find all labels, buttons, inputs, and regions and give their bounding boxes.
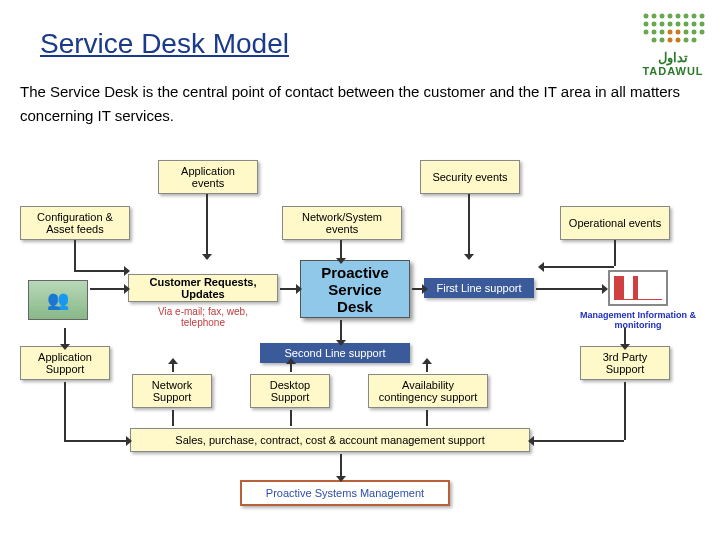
- svg-point-20: [692, 30, 697, 35]
- svg-point-29: [676, 38, 681, 43]
- svg-point-27: [676, 30, 681, 35]
- arrow: [74, 270, 124, 272]
- arrow: [206, 194, 208, 254]
- box-application-events: Application events: [158, 160, 258, 194]
- arrow: [340, 320, 342, 340]
- arrow: [172, 364, 174, 372]
- svg-point-5: [684, 14, 689, 19]
- box-desktop-support: Desktop Support: [250, 374, 330, 408]
- mgmt-info-label: Management Information & monitoring: [578, 310, 698, 330]
- box-third-party: 3rd Party Support: [580, 346, 670, 380]
- arrow: [536, 288, 602, 290]
- arrow: [172, 410, 174, 426]
- svg-point-13: [684, 22, 689, 27]
- logo-latin-text: TADAWUL: [638, 65, 708, 77]
- box-second-line: Second Line support: [260, 343, 410, 363]
- arrow: [614, 240, 616, 266]
- svg-point-17: [652, 30, 657, 35]
- box-availability: Availability contingency support: [368, 374, 488, 408]
- slide-description: The Service Desk is the central point of…: [20, 80, 708, 128]
- box-proactive-systems-mgmt: Proactive Systems Management: [240, 480, 450, 506]
- svg-point-16: [644, 30, 649, 35]
- svg-point-26: [668, 30, 673, 35]
- arrow: [74, 240, 76, 270]
- box-network-support: Network Support: [132, 374, 212, 408]
- box-config-asset: Configuration & Asset feeds: [20, 206, 130, 240]
- slide-title: Service Desk Model: [40, 28, 289, 60]
- arrow: [290, 410, 292, 426]
- monitoring-chart-icon: [608, 270, 668, 306]
- svg-point-12: [676, 22, 681, 27]
- users-icon: 👥: [28, 280, 88, 320]
- svg-point-1: [652, 14, 657, 19]
- arrow: [280, 288, 296, 290]
- tadawul-logo: تداول TADAWUL: [638, 8, 708, 77]
- arrow: [290, 364, 292, 372]
- svg-point-9: [652, 22, 657, 27]
- box-network-system: Network/System events: [282, 206, 402, 240]
- box-application-support: Application Support: [20, 346, 110, 380]
- svg-point-21: [700, 30, 705, 35]
- svg-point-19: [684, 30, 689, 35]
- arrow: [534, 440, 624, 442]
- svg-point-22: [652, 38, 657, 43]
- svg-point-0: [644, 14, 649, 19]
- svg-point-18: [660, 30, 665, 35]
- arrow: [468, 194, 470, 254]
- arrow: [412, 288, 422, 290]
- box-customer-requests: Customer Requests, Updates: [128, 274, 278, 302]
- arrow: [340, 240, 342, 258]
- logo-arabic-text: تداول: [638, 50, 708, 65]
- arrow: [426, 364, 428, 372]
- logo-dots-icon: [638, 8, 708, 50]
- box-operational: Operational events: [560, 206, 670, 240]
- svg-point-23: [660, 38, 665, 43]
- box-sales: Sales, purchase, contract, cost & accoun…: [130, 428, 530, 452]
- arrow: [64, 328, 66, 344]
- svg-point-15: [700, 22, 705, 27]
- svg-point-10: [660, 22, 665, 27]
- svg-point-11: [668, 22, 673, 27]
- arrow: [544, 266, 614, 268]
- arrow: [624, 382, 626, 440]
- svg-point-28: [668, 38, 673, 43]
- service-desk-diagram: Application events Security events Confi…: [20, 160, 708, 526]
- arrow: [426, 410, 428, 426]
- svg-point-6: [692, 14, 697, 19]
- svg-point-4: [676, 14, 681, 19]
- via-text: Via e-mail; fax, web, telephone: [148, 306, 258, 328]
- svg-point-2: [660, 14, 665, 19]
- arrow: [64, 382, 66, 440]
- arrow: [64, 440, 126, 442]
- svg-point-8: [644, 22, 649, 27]
- box-security-events: Security events: [420, 160, 520, 194]
- svg-point-3: [668, 14, 673, 19]
- svg-point-14: [692, 22, 697, 27]
- svg-point-24: [684, 38, 689, 43]
- svg-point-25: [692, 38, 697, 43]
- box-first-line: First Line support: [424, 278, 534, 298]
- box-proactive-service-desk: Proactive Service Desk: [300, 260, 410, 318]
- arrow: [90, 288, 124, 290]
- arrow: [624, 328, 626, 344]
- arrow: [340, 454, 342, 476]
- svg-point-7: [700, 14, 705, 19]
